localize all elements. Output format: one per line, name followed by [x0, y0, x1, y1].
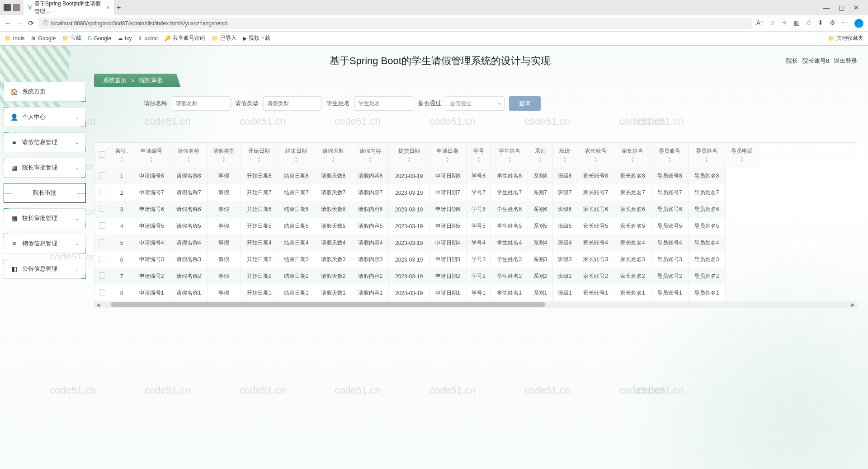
filter-input-type[interactable]: [263, 96, 322, 111]
row-checkbox[interactable]: [99, 256, 105, 262]
table-header[interactable]: 导员姓名▴▾: [688, 143, 725, 168]
cell-tacct: 导员账号2: [651, 268, 688, 285]
bookmark-item[interactable]: ☁txy: [118, 35, 132, 42]
table-header[interactable]: 导员电话▴▾: [725, 143, 759, 168]
sidebar-item-label: 个人中心: [22, 113, 46, 121]
chevron-down-icon: ⌄: [75, 140, 79, 145]
tabs-icon[interactable]: [13, 4, 20, 11]
row-checkbox[interactable]: [99, 206, 105, 212]
scroll-right-icon[interactable]: ▶: [849, 302, 857, 307]
table-header[interactable]: 导员账号▴▾: [651, 143, 688, 168]
reload-icon[interactable]: ⟳: [28, 19, 34, 28]
forward-icon[interactable]: →: [16, 19, 24, 28]
table-row[interactable]: 3申请编号6请假名称6事假开始日期6结束日期6请假天数6请假内容62023-03…: [94, 201, 759, 218]
sidebar-item[interactable]: 🏠系统首页: [4, 82, 86, 102]
scrollbar-thumb[interactable]: [111, 302, 545, 307]
favorite-icon[interactable]: ☆: [770, 19, 776, 28]
sort-icon: ▴▾: [114, 156, 129, 163]
query-button[interactable]: 查询: [509, 96, 541, 111]
sidebar-item[interactable]: ≡请假信息管理⌄: [4, 132, 86, 152]
bookmark-item[interactable]: 📁宝藏: [62, 34, 81, 42]
sort-icon: ▴▾: [692, 156, 722, 163]
table-header[interactable]: 申请编号▴▾: [133, 143, 170, 168]
table-header[interactable]: 家长账号▴▾: [577, 143, 614, 168]
scroll-left-icon[interactable]: ◀: [94, 302, 102, 307]
table-row[interactable]: 7申请编号2请假名称2事假开始日期2结束日期2请假天数2请假内容22023-03…: [94, 268, 759, 285]
horizontal-scrollbar[interactable]: ◀ ▶: [94, 301, 857, 308]
sidebar-item[interactable]: ≡销假信息管理⌄: [4, 234, 86, 253]
bookmark-item[interactable]: 📁tools: [5, 35, 24, 42]
main-content: 基于Spring Boot的学生请假管理系统的设计与实现 院长 院长账号8 退出…: [90, 46, 868, 469]
table-header[interactable]: [94, 143, 110, 168]
bookmark-item[interactable]: 🗎Google: [31, 35, 56, 42]
table-header[interactable]: 开始日期▴▾: [241, 143, 278, 168]
close-window-icon[interactable]: ✕: [854, 4, 859, 11]
bookmark-item[interactable]: ⇪uplod: [138, 35, 157, 42]
table-row[interactable]: 8申请编号1请假名称1事假开始日期1结束日期1请假天数1请假内容12023-03…: [94, 285, 759, 301]
table-header[interactable]: 请假内容▴▾: [352, 143, 389, 168]
bookmark-item[interactable]: 🔑共享账号密码: [164, 34, 205, 42]
browser-tab[interactable]: V 基于Spring Boot的学生请假管理… ×: [24, 0, 114, 17]
favorites-bar-icon[interactable]: ✩: [806, 19, 811, 28]
table-row[interactable]: 4申请编号5请假名称5事假开始日期5结束日期5请假天数5请假内容52023-03…: [94, 218, 759, 234]
cell-sname: 学生姓名4: [491, 234, 528, 251]
table-row[interactable]: 5申请编号4请假名称4事假开始日期4结束日期4请假天数4请假内容42023-03…: [94, 234, 759, 251]
minimize-icon[interactable]: —: [823, 4, 830, 11]
table-header[interactable]: 学号▴▾: [466, 143, 491, 168]
breadcrumb-home[interactable]: 系统首页: [103, 76, 127, 84]
tab-close-icon[interactable]: ×: [106, 5, 109, 11]
table-header[interactable]: 申请日期▴▾: [429, 143, 466, 168]
collections-icon[interactable]: ▥: [794, 19, 800, 28]
table-header[interactable]: 请假天数▴▾: [315, 143, 352, 168]
back-icon[interactable]: ←: [5, 19, 12, 28]
table-row[interactable]: 1申请编号8请假名称8事假开始日期8结束日期8请假天数8请假内容82023-03…: [94, 168, 759, 184]
table-header[interactable]: 结束日期▴▾: [278, 143, 315, 168]
more-icon[interactable]: ⋯: [842, 19, 848, 28]
read-aloud-icon[interactable]: A⁺: [756, 19, 764, 28]
new-tab-button[interactable]: +: [117, 4, 121, 12]
table-header[interactable]: 提交日期▴▾: [389, 143, 429, 168]
downloads-icon[interactable]: ⬇: [818, 19, 823, 28]
maximize-icon[interactable]: ▢: [839, 4, 844, 11]
table-header[interactable]: 班级▴▾: [552, 143, 577, 168]
user-role: 院长: [786, 57, 798, 65]
bookmark-item[interactable]: 📁已导入: [212, 34, 236, 42]
row-checkbox[interactable]: [99, 172, 105, 178]
table-header[interactable]: 家长姓名▴▾: [614, 143, 651, 168]
sidebar-item[interactable]: 👤个人中心⌄: [4, 107, 86, 127]
logout-link[interactable]: 退出登录: [834, 57, 857, 65]
filter-input-name[interactable]: [172, 96, 231, 111]
row-checkbox[interactable]: [99, 289, 105, 295]
sidebar-item[interactable]: ◧公告信息管理⌄: [4, 259, 86, 279]
table-header[interactable]: 系别▴▾: [528, 143, 552, 168]
sort-icon: ▴▾: [174, 156, 203, 163]
filter-select-pass[interactable]: 是否通过 ▾: [446, 96, 505, 111]
extensions-icon[interactable]: ✧: [782, 19, 788, 28]
table-header[interactable]: 请假名称▴▾: [170, 143, 207, 168]
cell-submit: 2023-03-19: [389, 184, 429, 201]
sidebar-item[interactable]: ▦校长审批管理⌄: [4, 208, 86, 228]
cell-submit: 2023-03-19: [389, 251, 429, 268]
sidebar-item[interactable]: ▦院长审批管理⌄: [4, 158, 86, 178]
row-checkbox[interactable]: [99, 239, 105, 245]
table-header[interactable]: 请假类型▴▾: [207, 143, 241, 168]
other-bookmarks[interactable]: 📁其他收藏夹: [828, 34, 863, 42]
table-row[interactable]: 6申请编号3请假名称3事假开始日期3结束日期3请假天数3请假内容32023-03…: [94, 251, 759, 268]
sidebar-subitem[interactable]: 院长审批: [4, 183, 86, 203]
url-input[interactable]: ⓘ localhost:8080/springboot3nd87/admin/d…: [38, 18, 752, 29]
row-checkbox[interactable]: [99, 272, 105, 279]
cell-submit: 2023-03-19: [389, 218, 429, 234]
row-checkbox[interactable]: [99, 222, 105, 229]
table-header[interactable]: 索引.▴▾: [110, 143, 133, 168]
edge-profile-icon[interactable]: [854, 19, 863, 28]
filter-input-student[interactable]: [354, 96, 413, 111]
table-row[interactable]: 2申请编号7请假名称7事假开始日期7结束日期7请假天数7请假内容72023-03…: [94, 184, 759, 201]
bookmark-item[interactable]: ▶视频下载: [243, 34, 270, 42]
window-menu-icon[interactable]: [4, 4, 11, 11]
breadcrumb-separator: >: [131, 77, 135, 84]
row-checkbox[interactable]: [99, 189, 105, 195]
checkbox-all[interactable]: [99, 151, 105, 158]
table-header[interactable]: 学生姓名▴▾: [491, 143, 528, 168]
bookmark-item[interactable]: GGoogle: [88, 35, 111, 42]
app-icon[interactable]: ⚙: [830, 19, 835, 28]
